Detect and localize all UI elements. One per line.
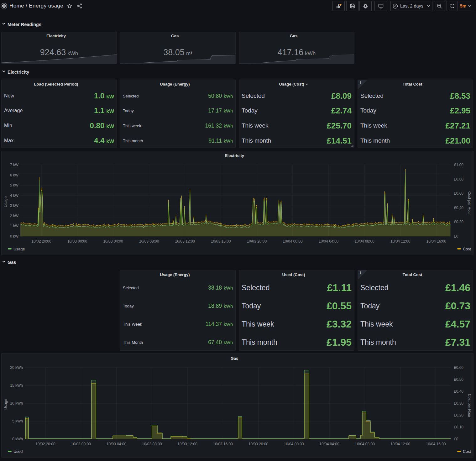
svg-text:10/04 00:00: 10/04 00:00 [283, 239, 303, 244]
svg-text:0 kWh: 0 kWh [12, 437, 23, 441]
svg-text:10/02 20:00: 10/02 20:00 [31, 239, 51, 244]
svg-text:10/03 20:00: 10/03 20:00 [247, 239, 267, 244]
svg-text:10/03 20:00: 10/03 20:00 [248, 442, 269, 446]
svg-text:10/04 04:00: 10/04 04:00 [319, 442, 339, 446]
svg-text:£1.00: £1.00 [454, 163, 463, 167]
svg-text:5 kW: 5 kW [10, 183, 19, 187]
svg-text:£0.10: £0.10 [454, 425, 463, 429]
svg-text:Usage: Usage [3, 399, 8, 410]
svg-text:10/04 08:00: 10/04 08:00 [354, 239, 374, 244]
svg-text:10/03 08:00: 10/03 08:00 [139, 239, 159, 244]
svg-text:7 kW: 7 kW [10, 163, 19, 167]
svg-text:£0.40: £0.40 [454, 389, 463, 394]
svg-text:15 kWh: 15 kWh [10, 383, 23, 388]
svg-text:Cost: Cost [463, 247, 471, 251]
svg-text:10/03 12:00: 10/03 12:00 [175, 239, 195, 244]
svg-text:10/03 16:00: 10/03 16:00 [211, 239, 231, 244]
svg-text:5 kWh: 5 kWh [12, 419, 23, 423]
svg-text:10/04 00:00: 10/04 00:00 [284, 442, 304, 446]
svg-text:Usage: Usage [13, 247, 25, 251]
svg-text:6 kW: 6 kW [10, 173, 19, 177]
svg-text:10/03 16:00: 10/03 16:00 [213, 442, 233, 446]
svg-text:£0: £0 [454, 234, 458, 238]
svg-text:10/03 04:00: 10/03 04:00 [107, 442, 127, 446]
svg-text:10/04 12:00: 10/04 12:00 [390, 442, 411, 446]
svg-text:1 kW: 1 kW [10, 224, 19, 228]
svg-text:£0.50: £0.50 [454, 377, 463, 382]
svg-text:10/03 00:00: 10/03 00:00 [67, 239, 87, 244]
svg-text:£0: £0 [454, 437, 458, 441]
svg-text:20 kWh: 20 kWh [10, 365, 23, 370]
svg-text:£0.60: £0.60 [454, 191, 463, 196]
svg-text:10/04 04:00: 10/04 04:00 [319, 239, 339, 244]
svg-text:£0.40: £0.40 [454, 206, 463, 210]
svg-text:£0.20: £0.20 [454, 413, 463, 417]
svg-text:10 kWh: 10 kWh [10, 401, 23, 406]
svg-text:10/03 12:00: 10/03 12:00 [177, 442, 197, 446]
svg-text:Cost per Hour: Cost per Hour [467, 191, 472, 215]
svg-text:10/03 04:00: 10/03 04:00 [103, 239, 123, 244]
svg-text:10/04 16:00: 10/04 16:00 [426, 442, 446, 446]
svg-text:2 kW: 2 kW [10, 214, 19, 218]
svg-text:£0.80: £0.80 [454, 177, 463, 181]
svg-text:10/03 08:00: 10/03 08:00 [142, 442, 162, 446]
svg-text:10/02 20:00: 10/02 20:00 [35, 442, 55, 446]
svg-text:Used: Used [13, 449, 23, 454]
svg-text:£0.60: £0.60 [454, 365, 463, 370]
svg-text:10/04 08:00: 10/04 08:00 [355, 442, 375, 446]
svg-text:4 kW: 4 kW [10, 193, 19, 198]
svg-text:10/04 12:00: 10/04 12:00 [390, 239, 411, 244]
svg-text:£0.20: £0.20 [454, 220, 463, 224]
svg-text:10/04 16:00: 10/04 16:00 [426, 239, 447, 244]
svg-text:£0.30: £0.30 [454, 401, 463, 406]
svg-text:Cost per Hour: Cost per Hour [467, 394, 472, 417]
svg-text:10/03 00:00: 10/03 00:00 [71, 442, 91, 446]
svg-text:Usage: Usage [3, 196, 8, 207]
svg-text:0 kW: 0 kW [10, 234, 19, 238]
svg-text:3 kW: 3 kW [10, 203, 19, 208]
svg-text:Cost: Cost [463, 449, 471, 454]
